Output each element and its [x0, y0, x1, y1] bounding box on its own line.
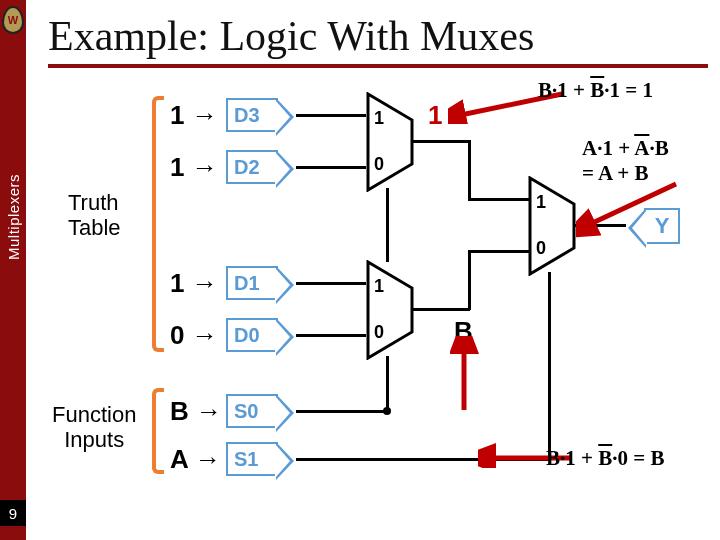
- s0-value: B →: [170, 396, 222, 427]
- function-inputs-label: Function Inputs: [52, 402, 136, 453]
- mux-top: 1 0: [366, 92, 410, 192]
- d0-tag: D0: [226, 318, 278, 352]
- s0-tag: S0: [226, 394, 278, 428]
- d3-value: 1 →: [170, 100, 218, 131]
- bracket-truth-table: [152, 96, 164, 352]
- s1-value: A →: [170, 444, 221, 475]
- wire: [386, 356, 389, 412]
- equation-2: A·1 + A·B = A + B: [582, 136, 669, 186]
- wire: [296, 166, 366, 169]
- wire: [296, 282, 366, 285]
- d1-tag: D1: [226, 266, 278, 300]
- section-label: Multiplexers: [5, 174, 22, 260]
- red-one: 1: [428, 100, 442, 131]
- page-number: 9: [0, 500, 26, 526]
- truth-table-label: Truth Table: [68, 190, 121, 241]
- uw-badge: W: [2, 6, 24, 34]
- mux-lo: 0: [374, 322, 384, 343]
- wire: [548, 272, 551, 460]
- mux-hi: 1: [536, 192, 546, 213]
- mux-lo: 0: [374, 154, 384, 175]
- d2-value: 1 →: [170, 152, 218, 183]
- page-title: Example: Logic With Muxes: [48, 12, 708, 60]
- d1-value: 1 →: [170, 268, 218, 299]
- wire: [468, 250, 471, 310]
- d2-tag: D2: [226, 150, 278, 184]
- d3-tag: D3: [226, 98, 278, 132]
- wire: [412, 140, 470, 143]
- wire-node: [383, 407, 391, 415]
- bracket-function-inputs: [152, 388, 164, 474]
- s1-tag: S1: [226, 442, 278, 476]
- wire: [386, 188, 389, 218]
- wire: [412, 308, 470, 311]
- arrow-red-b: [450, 336, 480, 416]
- wire: [468, 250, 530, 253]
- equation-3: B·1 + B·0 = B: [546, 446, 664, 471]
- arrow-red-mid: [576, 178, 686, 238]
- equation-1: B·1 + B·1 = 1: [538, 78, 653, 103]
- wire: [296, 334, 366, 337]
- mux-hi: 1: [374, 108, 384, 129]
- mux-lo: 0: [536, 238, 546, 259]
- title-area: Example: Logic With Muxes: [48, 12, 708, 68]
- svg-line-4: [586, 184, 676, 226]
- mux-right: 1 0: [528, 176, 572, 276]
- mux-bottom: 1 0: [366, 260, 410, 360]
- mux-hi: 1: [374, 276, 384, 297]
- title-underline: [48, 64, 708, 68]
- wire: [296, 114, 366, 117]
- d0-value: 0 →: [170, 320, 218, 351]
- wire: [296, 410, 388, 413]
- sidebar: [0, 0, 26, 540]
- wire: [468, 140, 471, 200]
- logic-diagram: Truth Table Function Inputs 1 → D3 1 → D…: [30, 78, 714, 518]
- wire: [468, 198, 530, 201]
